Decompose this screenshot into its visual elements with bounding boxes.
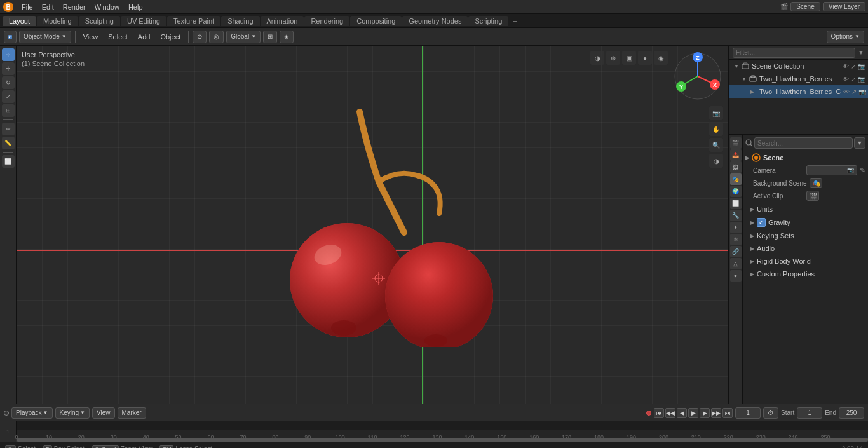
active-clip-value[interactable]: 🎬 <box>806 191 819 201</box>
timeline-track[interactable]: 1 0 10 20 30 40 50 60 70 80 90 100 110 1… <box>0 421 868 442</box>
world-props-icon[interactable]: 🌍 <box>730 186 742 197</box>
tab-rendering[interactable]: Rendering <box>304 16 349 26</box>
render-icon[interactable]: 📷 <box>858 63 865 70</box>
camera-eyedropper-icon[interactable]: ✎ <box>860 166 865 175</box>
props-search-input[interactable] <box>754 137 853 149</box>
scene-section-header[interactable]: ▶ Scene <box>745 151 865 164</box>
gravity-checkbox[interactable]: ✓ <box>757 218 766 227</box>
play-btn[interactable]: ▶ <box>688 408 698 418</box>
timeline-numbers[interactable]: 0 10 20 30 40 50 60 70 80 90 100 110 120… <box>17 430 868 442</box>
timeline-scrollbar[interactable] <box>17 438 868 442</box>
camera-value-field[interactable]: 📷 <box>806 165 857 175</box>
props-filter-btn[interactable]: ▼ <box>854 137 865 149</box>
background-scene-value[interactable]: 🎭 <box>810 178 822 188</box>
constraints-props-icon[interactable]: 🔗 <box>730 246 742 257</box>
outliner-filter-icon[interactable]: ▼ <box>858 49 864 56</box>
gravity-section-header[interactable]: ▶ ✓ Gravity <box>745 216 865 229</box>
viewport[interactable]: User Perspective (1) Scene Collection Z … <box>17 46 728 404</box>
tab-uv-editing[interactable]: UV Editing <box>121 16 166 26</box>
transform-orientations-btn[interactable]: ⊞ <box>263 31 277 43</box>
zoom-btn[interactable]: 🔍 <box>709 138 723 152</box>
snap-icon-btn[interactable]: ⊙ <box>193 31 207 43</box>
add-workspace-button[interactable]: + <box>509 16 520 26</box>
tab-compositing[interactable]: Compositing <box>350 16 402 26</box>
object-menu[interactable]: Object <box>156 32 184 42</box>
visibility-icon-3[interactable]: 👁 <box>843 88 850 95</box>
units-section-header[interactable]: ▶ Units <box>745 203 865 215</box>
visibility-icon[interactable]: 👁 <box>843 63 849 70</box>
start-frame-input[interactable] <box>797 407 822 419</box>
overlay-btn[interactable]: ⊛ <box>606 51 620 65</box>
outliner-item-scene-collection[interactable]: ▼ Scene Collection 👁 ↗ 📷 <box>729 60 868 72</box>
timeline-mode-icon[interactable] <box>4 411 9 416</box>
rotate-tool[interactable]: ↻ <box>2 76 15 89</box>
custom-props-header[interactable]: ▶ Custom Properties <box>745 268 865 280</box>
scale-tool[interactable]: ⤢ <box>2 90 15 103</box>
jump-start-btn[interactable]: ⏮ <box>654 408 664 418</box>
select-menu[interactable]: Select <box>104 32 132 42</box>
modifier-props-icon[interactable]: 🔧 <box>730 210 742 221</box>
render-props-icon[interactable]: 🎬 <box>730 137 742 149</box>
output-props-icon[interactable]: 📤 <box>730 149 742 161</box>
add-menu[interactable]: Add <box>134 32 154 42</box>
tab-modeling[interactable]: Modeling <box>37 16 78 26</box>
options-dropdown[interactable]: Options ▼ <box>827 31 864 43</box>
annotate-tool[interactable]: ✏ <box>2 123 15 135</box>
navigation-gizmo[interactable]: Z X Y <box>672 51 723 102</box>
tab-scripting[interactable]: Scripting <box>468 16 508 26</box>
next-keyframe-btn[interactable]: ▶▶ <box>711 408 721 418</box>
view-layer-props-icon[interactable]: 🖼 <box>730 161 742 173</box>
xray-btn[interactable]: ▣ <box>622 51 636 65</box>
marker-menu[interactable]: Marker <box>118 407 146 419</box>
timeline-clock-btn[interactable]: ⏱ <box>763 407 778 419</box>
object-mode-selector[interactable]: Object Mode ▼ <box>19 31 71 43</box>
transform-global-selector[interactable]: Global ▼ <box>226 31 261 43</box>
viewport-icon-btn[interactable] <box>4 31 17 43</box>
tab-animation[interactable]: Animation <box>261 16 304 26</box>
transform-pivot-btn[interactable]: ◈ <box>280 31 294 43</box>
menu-file[interactable]: File <box>18 2 37 12</box>
record-btn[interactable] <box>646 411 651 416</box>
keying-sets-header[interactable]: ▶ Keying Sets <box>745 230 865 241</box>
keying-menu[interactable]: Keying ▼ <box>55 407 90 419</box>
playback-menu[interactable]: Playback ▼ <box>11 407 53 419</box>
particles-props-icon[interactable]: ✦ <box>730 222 742 233</box>
next-frame-btn[interactable]: ▶ <box>700 408 710 418</box>
tab-texture-paint[interactable]: Texture Paint <box>167 16 220 26</box>
add-cube-tool[interactable]: ⬜ <box>2 155 15 168</box>
prev-keyframe-btn[interactable]: ◀◀ <box>665 408 675 418</box>
prev-frame-btn[interactable]: ◀ <box>677 408 687 418</box>
view-menu[interactable]: View <box>79 32 102 42</box>
material-preview-btn[interactable]: ● <box>638 51 652 65</box>
rendered-preview-btn[interactable]: ◉ <box>654 51 668 65</box>
tab-shading[interactable]: Shading <box>221 16 259 26</box>
hand-view-btn[interactable]: ✋ <box>709 122 723 136</box>
rigid-body-header[interactable]: ▶ Rigid Body World <box>745 255 865 267</box>
render-icon-3[interactable]: 📷 <box>858 88 866 95</box>
view-layer-selector[interactable]: View Layer <box>823 2 865 11</box>
menu-window[interactable]: Window <box>91 2 123 12</box>
menu-help[interactable]: Help <box>125 2 147 12</box>
outliner-search-input[interactable] <box>733 48 855 58</box>
view-menu-timeline[interactable]: View <box>92 407 115 419</box>
viewport-shading-btn[interactable]: ◑ <box>590 51 604 65</box>
jump-end-btn[interactable]: ⏭ <box>722 408 733 418</box>
menu-render[interactable]: Render <box>59 2 90 12</box>
render-icon-2[interactable]: 📷 <box>858 76 865 83</box>
tab-layout[interactable]: Layout <box>3 16 36 26</box>
move-tool[interactable]: ✛ <box>2 62 15 75</box>
proportional-edit-btn[interactable]: ◎ <box>209 31 224 43</box>
camera-view-btn[interactable]: 📷 <box>709 106 723 120</box>
material-props-icon[interactable]: ● <box>730 270 742 282</box>
outliner-item-berries-mesh[interactable]: ▶ Two_Hawthorn_Berries_C 👁 ↗ 📷 <box>729 85 868 98</box>
data-props-icon[interactable]: △ <box>730 258 742 269</box>
select-icon-3[interactable]: ↗ <box>851 88 857 95</box>
outliner-item-berries[interactable]: ▼ Two_Hawthorn_Berries 👁 ↗ 📷 <box>729 72 868 85</box>
menu-edit[interactable]: Edit <box>38 2 58 12</box>
select-icon-2[interactable]: ↗ <box>851 76 856 83</box>
end-frame-input[interactable] <box>839 407 864 419</box>
render-mode-btn[interactable]: ◑ <box>709 154 723 168</box>
tab-geometry-nodes[interactable]: Geometry Nodes <box>402 16 468 26</box>
transform-tool[interactable]: ⊞ <box>2 104 15 117</box>
cursor-tool[interactable]: ⊹ <box>2 48 15 61</box>
